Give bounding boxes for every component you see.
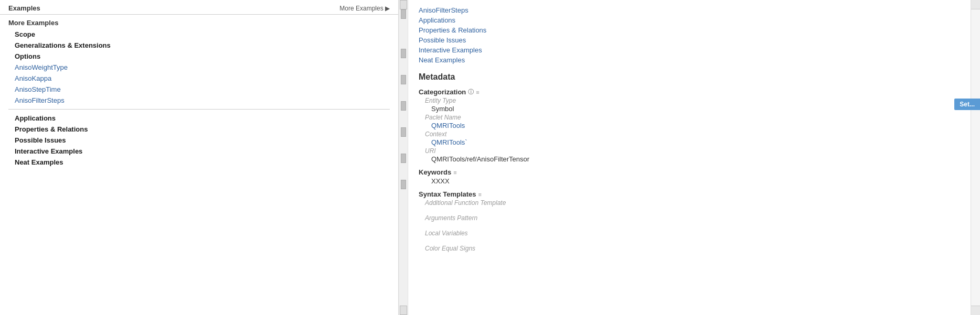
right-link-aniso-filter-steps[interactable]: AnisoFilterSteps xyxy=(419,5,960,15)
aniso-step-time-item[interactable]: AnisoStepTime xyxy=(0,84,398,95)
right-link-neat-examples[interactable]: Neat Examples xyxy=(419,55,960,65)
context-value[interactable]: QMRITools` xyxy=(431,138,960,146)
paclet-name-label: Paclet Name xyxy=(425,114,960,121)
divider xyxy=(8,109,390,110)
keywords-label: Keywords ≡ xyxy=(419,168,960,176)
categorization-section: Categorization ⓘ ≡ Entity Type Symbol Pa… xyxy=(419,88,960,163)
right-link-interactive-examples[interactable]: Interactive Examples xyxy=(419,45,960,55)
right-scrollbar xyxy=(971,0,980,315)
metadata-section: Metadata Categorization ⓘ ≡ Entity Type … xyxy=(419,72,960,252)
interactive-examples-item[interactable]: Interactive Examples xyxy=(0,146,398,157)
right-scrollbar-up[interactable] xyxy=(971,0,980,9)
aniso-filter-steps-item[interactable]: AnisoFilterSteps xyxy=(0,95,398,106)
metadata-title: Metadata xyxy=(419,72,960,82)
arguments-pattern-label: Arguments Pattern xyxy=(425,214,960,222)
right-link-applications[interactable]: Applications xyxy=(419,15,960,25)
examples-title: Examples xyxy=(8,4,40,12)
paclet-name-value[interactable]: QMRITools xyxy=(431,122,960,129)
right-link-possible-issues[interactable]: Possible Issues xyxy=(419,35,960,45)
keywords-section: Keywords ≡ XXXX xyxy=(419,168,960,185)
color-equal-signs-label: Color Equal Signs xyxy=(425,245,960,252)
left-panel: Examples More Examples ▶ More Examples S… xyxy=(0,0,399,315)
keywords-menu-icon[interactable]: ≡ xyxy=(453,169,456,176)
scrollbar-up-btn[interactable] xyxy=(400,0,407,9)
right-link-properties-relations[interactable]: Properties & Relations xyxy=(419,25,960,35)
examples-section-header: Examples More Examples ▶ xyxy=(0,0,398,15)
uri-label: URI xyxy=(425,147,960,155)
categorization-info-icon[interactable]: ⓘ xyxy=(468,88,474,96)
context-label: Context xyxy=(425,131,960,138)
set-button[interactable]: Set... xyxy=(954,99,980,110)
aniso-weight-type-item[interactable]: AnisoWeightType xyxy=(0,62,398,73)
scroll-thumb-3[interactable] xyxy=(401,75,406,84)
scroll-thumb-5[interactable] xyxy=(401,127,406,137)
applications-item[interactable]: Applications xyxy=(0,113,398,124)
scroll-thumb-2[interactable] xyxy=(401,49,406,58)
properties-relations-item[interactable]: Properties & Relations xyxy=(0,124,398,135)
scroll-thumb-7[interactable] xyxy=(401,180,406,189)
middle-scrollbar xyxy=(399,0,408,315)
right-nav-links: AnisoFilterSteps Applications Properties… xyxy=(419,5,960,65)
categorization-label: Categorization ⓘ ≡ xyxy=(419,88,960,96)
scroll-thumb-6[interactable] xyxy=(401,154,406,163)
entity-type-label: Entity Type xyxy=(425,97,960,104)
neat-examples-item[interactable]: Neat Examples xyxy=(0,157,398,168)
uri-value: QMRITools/ref/AnisoFilterTensor xyxy=(431,155,960,163)
syntax-templates-menu-icon[interactable]: ≡ xyxy=(478,191,482,198)
entity-type-value: Symbol xyxy=(431,105,960,113)
scroll-thumb-1[interactable] xyxy=(401,9,406,19)
syntax-templates-section: Syntax Templates ≡ Additional Function T… xyxy=(419,190,960,252)
right-scrollbar-down[interactable] xyxy=(971,306,980,315)
scrollbar-track xyxy=(400,9,407,306)
options-item[interactable]: Options xyxy=(0,51,398,62)
more-examples-subheader: More Examples xyxy=(0,15,398,29)
scope-item[interactable]: Scope xyxy=(0,29,398,40)
scrollbar-down-btn[interactable] xyxy=(400,306,407,315)
possible-issues-item[interactable]: Possible Issues xyxy=(0,135,398,146)
syntax-templates-label: Syntax Templates ≡ xyxy=(419,190,960,198)
generalizations-item[interactable]: Generalizations & Extensions xyxy=(0,40,398,51)
additional-function-label: Additional Function Template xyxy=(425,199,960,207)
local-variables-label: Local Variables xyxy=(425,230,960,237)
categorization-menu-icon[interactable]: ≡ xyxy=(476,89,479,95)
keywords-value: XXXX xyxy=(431,177,960,185)
aniso-kappa-item[interactable]: AnisoKappa xyxy=(0,73,398,84)
right-panel: AnisoFilterSteps Applications Properties… xyxy=(408,0,971,315)
more-examples-link[interactable]: More Examples ▶ xyxy=(339,5,390,12)
scroll-thumb-4[interactable] xyxy=(401,101,406,111)
